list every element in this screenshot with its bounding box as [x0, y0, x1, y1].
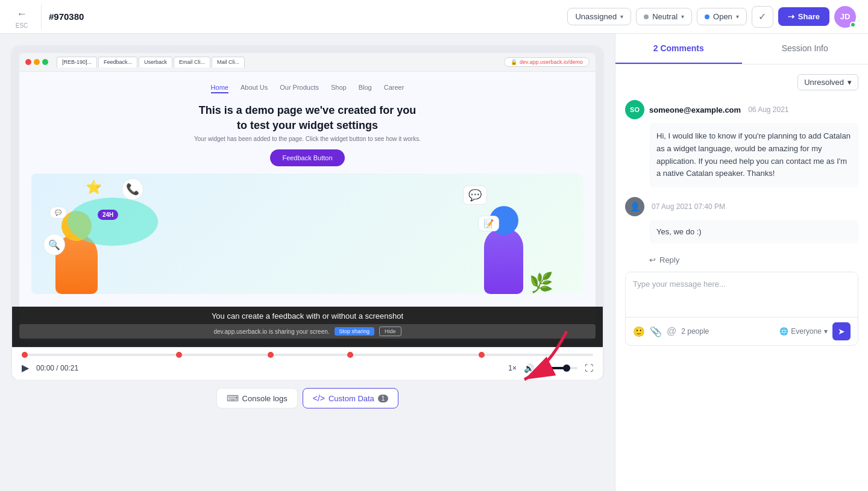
browser-url: 🔒 dev.app.userback.io/demo [504, 57, 590, 67]
video-overlay-text: You can create a feedback with or withou… [19, 311, 596, 321]
timeline-marker-3 [268, 352, 274, 358]
play-button[interactable]: ▶ [22, 362, 29, 374]
reply-button[interactable]: ↩ Reply [649, 253, 679, 267]
back-navigation: ← ESC [12, 4, 42, 29]
main-layout: [REB-190]... Feedback... Userback Email … [0, 34, 868, 491]
tab-comments[interactable]: 2 Comments [615, 34, 742, 64]
comment-2: 👤 07 Aug 2021 07:40 PM Yes, we do :) [625, 197, 858, 243]
comment-body-1: Hi, I would like to know if you're plann… [649, 123, 858, 187]
reply-textarea[interactable] [626, 272, 858, 314]
screen-share-text: dev.app.userback.io is sharing your scre… [213, 328, 329, 335]
right-panel: 2 Comments Session Info Unresolved ▾ SO … [615, 34, 868, 491]
send-button[interactable]: ➤ [832, 322, 851, 340]
volume-thumb [563, 364, 570, 372]
hide-button[interactable]: Hide [379, 327, 401, 336]
speed-button[interactable]: 1× [508, 364, 517, 372]
header: ← ESC #970380 Unassigned ▾ Neutral ▾ Ope… [0, 0, 868, 34]
chevron-down-icon: ▾ [736, 13, 739, 20]
back-label: ESC [16, 22, 28, 29]
volume-slider[interactable] [541, 367, 577, 369]
fullscreen-button[interactable]: ⛶ [585, 363, 593, 373]
everyone-label: Everyone [791, 327, 822, 336]
hero-subtitle: Your widget has been added to the page. … [194, 136, 421, 142]
reply-footer: 🙂 📎 @ 2 people 🌐 Everyone ▾ ➤ [626, 317, 858, 345]
browser-tab[interactable]: [REB-190]... [57, 57, 97, 67]
video-overlay: You can create a feedback with or withou… [19, 307, 596, 341]
share-label: Share [798, 12, 820, 21]
check-button[interactable]: ✓ [752, 6, 773, 28]
chevron-down-icon: ▾ [824, 327, 828, 336]
lock-icon: 🔒 [511, 59, 517, 65]
status-dropdown[interactable]: Unresolved ▾ [797, 74, 858, 90]
comment-header-1: SO someone@example.com 06 Aug 2021 [625, 100, 858, 119]
browser-tabs: [REB-190]... Feedback... Userback Email … [57, 57, 500, 67]
comment-date-2: 07 Aug 2021 07:40 PM [652, 202, 725, 211]
stop-sharing-button[interactable]: Stop sharing [335, 327, 375, 336]
person-right-body [484, 228, 523, 294]
console-logs-tab[interactable]: ⌨ Console logs [216, 388, 298, 408]
url-text: dev.app.userback.io/demo [520, 59, 583, 65]
browser-tab-active[interactable]: Userback [139, 57, 172, 67]
nav-blog[interactable]: Blog [359, 84, 372, 93]
nav-products[interactable]: Our Products [280, 84, 319, 93]
share-icon: ⇢ [788, 12, 794, 21]
screenshot-area: [REB-190]... Feedback... Userback Email … [12, 46, 603, 347]
left-panel: [REB-190]... Feedback... Userback Email … [0, 34, 615, 491]
online-indicator [850, 22, 856, 28]
star-icon: ⭐ [86, 180, 102, 195]
video-controls: ▶ 00:00 / 00:21 1× 🔊 ⛶ [12, 347, 603, 380]
neutral-label: Neutral [652, 12, 678, 21]
back-button[interactable]: ← [12, 4, 31, 23]
right-panel-content: Unresolved ▾ SO someone@example.com 06 A… [615, 64, 868, 491]
screen-share-bar: dev.app.userback.io is sharing your scre… [19, 324, 596, 339]
chat-bubble-right: 💬 [463, 186, 487, 205]
avatar-initials: JD [840, 12, 851, 21]
controls-row: ▶ 00:00 / 00:21 1× 🔊 ⛶ [22, 362, 593, 374]
comment-avatar-1: SO [625, 100, 644, 119]
share-button[interactable]: ⇢ Share [778, 7, 829, 26]
media-card: [REB-190]... Feedback... Userback Email … [12, 46, 603, 380]
nav-home[interactable]: Home [211, 84, 228, 93]
open-dropdown[interactable]: Open ▾ [697, 8, 747, 25]
page-nav: Home About Us Our Products Shop Blog Car… [211, 84, 404, 93]
attachment-button[interactable]: 📎 [650, 326, 662, 337]
reply-box: 🙂 📎 @ 2 people 🌐 Everyone ▾ ➤ [625, 272, 858, 346]
mention-button[interactable]: @ [667, 326, 676, 337]
custom-data-tab[interactable]: </> Custom Data 1 [303, 388, 399, 408]
browser-tab[interactable]: Email Cli... [174, 57, 210, 67]
page-content: Home About Us Our Products Shop Blog Car… [19, 72, 596, 341]
browser-tab[interactable]: Feedback... [98, 57, 137, 67]
emoji-button[interactable]: 🙂 [633, 326, 645, 337]
nav-shop[interactable]: Shop [331, 84, 347, 93]
custom-data-label: Custom Data [329, 394, 374, 403]
feedback-button[interactable]: Feedback Button [270, 149, 344, 166]
page-hero: This is a demo page we've created for yo… [194, 103, 421, 142]
volume-fill [541, 367, 565, 369]
comment-author-1: someone@example.com [649, 105, 741, 114]
video-timeline[interactable] [22, 354, 593, 356]
unassigned-dropdown[interactable]: Unassigned ▾ [567, 8, 631, 25]
nav-about[interactable]: About Us [241, 84, 268, 93]
bottom-tabs: ⌨ Console logs </> Custom Data 1 [12, 380, 603, 417]
header-actions: Unassigned ▾ Neutral ▾ Open ▾ ✓ ⇢ Share … [567, 6, 856, 28]
nav-career[interactable]: Career [384, 84, 404, 93]
chevron-down-icon: ▾ [681, 13, 684, 20]
everyone-dropdown[interactable]: 🌐 Everyone ▾ [779, 327, 828, 336]
comment-1: SO someone@example.com 06 Aug 2021 Hi, I… [625, 100, 858, 187]
illustration: ⭐ 📞 💬 24H 🔍 [31, 174, 583, 294]
chat-bubble: 💬 [49, 207, 67, 219]
volume-button[interactable]: 🔊 [524, 363, 534, 373]
comment-date-1: 06 Aug 2021 [748, 105, 788, 114]
browser-tab[interactable]: Mail Cli... [212, 57, 245, 67]
browser-dots [25, 59, 48, 65]
neutral-dropdown[interactable]: Neutral ▾ [636, 8, 692, 25]
reply-label: Reply [659, 255, 679, 264]
tab-session-info[interactable]: Session Info [742, 34, 869, 64]
time-display: 00:00 / 00:21 [36, 364, 78, 372]
comment-body-2: Yes, we do :) [649, 220, 858, 243]
timeline-marker-2 [176, 352, 182, 358]
close-dot [25, 59, 31, 65]
hero-title: This is a demo page we've created for yo… [194, 103, 421, 133]
timeline-marker-1 [22, 352, 28, 358]
mention-count: 2 people [681, 327, 709, 336]
